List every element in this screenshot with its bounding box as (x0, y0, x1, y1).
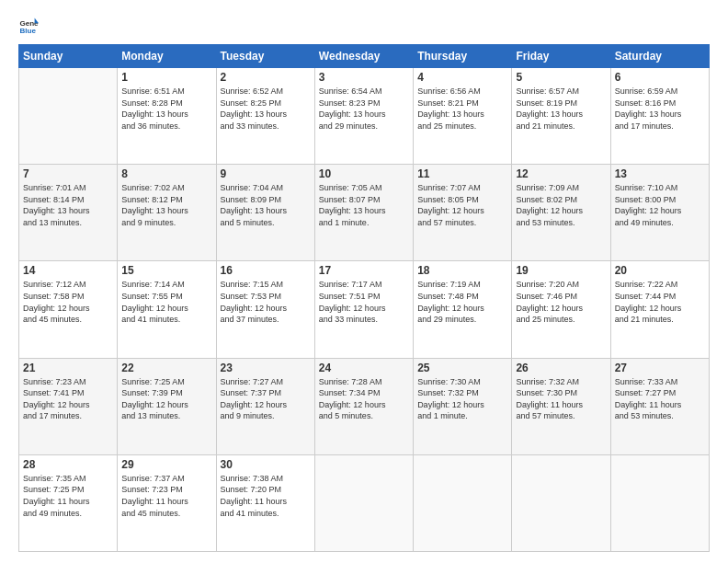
day-info: Sunrise: 7:23 AMSunset: 7:41 PMDaylight:… (23, 376, 113, 422)
day-number: 8 (121, 167, 211, 180)
calendar-cell: 24Sunrise: 7:28 AMSunset: 7:34 PMDayligh… (314, 358, 413, 454)
calendar-cell: 6Sunrise: 6:59 AMSunset: 8:16 PMDaylight… (610, 68, 709, 165)
weekday-header-saturday: Saturday (610, 45, 709, 68)
weekday-header-friday: Friday (512, 45, 610, 68)
week-row-5: 28Sunrise: 7:35 AMSunset: 7:25 PMDayligh… (19, 454, 710, 551)
calendar-cell: 1Sunrise: 6:51 AMSunset: 8:28 PMDaylight… (118, 68, 216, 165)
day-number: 19 (516, 264, 606, 277)
day-info: Sunrise: 7:14 AMSunset: 7:55 PMDaylight:… (121, 279, 211, 325)
day-info: Sunrise: 6:57 AMSunset: 8:19 PMDaylight:… (516, 86, 606, 132)
weekday-header-tuesday: Tuesday (216, 45, 314, 68)
day-number: 1 (121, 71, 211, 84)
week-row-4: 21Sunrise: 7:23 AMSunset: 7:41 PMDayligh… (19, 358, 710, 454)
day-info: Sunrise: 7:22 AMSunset: 7:44 PMDaylight:… (615, 279, 705, 325)
day-number: 21 (23, 362, 113, 374)
day-info: Sunrise: 6:56 AMSunset: 8:21 PMDaylight:… (417, 86, 507, 132)
day-number: 26 (516, 362, 606, 374)
calendar-table: SundayMondayTuesdayWednesdayThursdayFrid… (18, 44, 710, 552)
day-number: 24 (319, 362, 409, 374)
day-number: 5 (516, 71, 606, 84)
day-number: 17 (319, 264, 409, 277)
day-info: Sunrise: 7:33 AMSunset: 7:27 PMDaylight:… (615, 376, 705, 422)
day-info: Sunrise: 6:59 AMSunset: 8:16 PMDaylight:… (615, 86, 705, 132)
day-info: Sunrise: 7:32 AMSunset: 7:30 PMDaylight:… (516, 376, 606, 422)
week-row-2: 7Sunrise: 7:01 AMSunset: 8:14 PMDaylight… (19, 165, 710, 261)
page-header: General Blue (18, 17, 710, 37)
logo-icon: General Blue (18, 17, 39, 37)
day-info: Sunrise: 6:54 AMSunset: 8:23 PMDaylight:… (319, 86, 409, 132)
calendar-cell (19, 68, 118, 165)
day-number: 15 (121, 264, 211, 277)
day-info: Sunrise: 7:25 AMSunset: 7:39 PMDaylight:… (121, 376, 211, 422)
day-info: Sunrise: 7:04 AMSunset: 8:09 PMDaylight:… (221, 182, 311, 228)
day-number: 16 (221, 264, 311, 277)
calendar-cell: 10Sunrise: 7:05 AMSunset: 8:07 PMDayligh… (314, 165, 413, 261)
day-number: 14 (23, 264, 113, 277)
calendar-cell: 21Sunrise: 7:23 AMSunset: 7:41 PMDayligh… (19, 358, 118, 454)
day-number: 10 (319, 167, 409, 180)
day-info: Sunrise: 7:27 AMSunset: 7:37 PMDaylight:… (221, 376, 311, 422)
day-info: Sunrise: 7:17 AMSunset: 7:51 PMDaylight:… (319, 279, 409, 325)
day-number: 11 (417, 167, 507, 180)
day-number: 4 (417, 71, 507, 84)
day-info: Sunrise: 7:20 AMSunset: 7:46 PMDaylight:… (516, 279, 606, 325)
day-info: Sunrise: 7:09 AMSunset: 8:02 PMDaylight:… (516, 182, 606, 228)
day-number: 3 (319, 71, 409, 84)
day-info: Sunrise: 7:19 AMSunset: 7:48 PMDaylight:… (417, 279, 507, 325)
week-row-3: 14Sunrise: 7:12 AMSunset: 7:58 PMDayligh… (19, 261, 710, 358)
day-number: 25 (417, 362, 507, 374)
weekday-header-wednesday: Wednesday (314, 45, 413, 68)
day-number: 7 (23, 167, 113, 180)
calendar-cell: 4Sunrise: 6:56 AMSunset: 8:21 PMDaylight… (414, 68, 512, 165)
calendar-cell (414, 454, 512, 551)
calendar-cell: 9Sunrise: 7:04 AMSunset: 8:09 PMDaylight… (216, 165, 314, 261)
calendar-cell: 14Sunrise: 7:12 AMSunset: 7:58 PMDayligh… (19, 261, 118, 358)
day-number: 27 (615, 362, 705, 374)
calendar-cell: 2Sunrise: 6:52 AMSunset: 8:25 PMDaylight… (216, 68, 314, 165)
day-info: Sunrise: 7:10 AMSunset: 8:00 PMDaylight:… (615, 182, 705, 228)
calendar-cell: 23Sunrise: 7:27 AMSunset: 7:37 PMDayligh… (216, 358, 314, 454)
day-info: Sunrise: 7:15 AMSunset: 7:53 PMDaylight:… (221, 279, 311, 325)
day-info: Sunrise: 7:02 AMSunset: 8:12 PMDaylight:… (121, 182, 211, 228)
day-number: 29 (121, 458, 211, 471)
day-number: 6 (615, 71, 705, 84)
calendar-cell (610, 454, 709, 551)
weekday-header-row: SundayMondayTuesdayWednesdayThursdayFrid… (19, 45, 710, 68)
day-info: Sunrise: 7:28 AMSunset: 7:34 PMDaylight:… (319, 376, 409, 422)
day-info: Sunrise: 7:37 AMSunset: 7:23 PMDaylight:… (121, 473, 211, 519)
day-number: 9 (221, 167, 311, 180)
calendar-cell: 30Sunrise: 7:38 AMSunset: 7:20 PMDayligh… (216, 454, 314, 551)
day-info: Sunrise: 7:35 AMSunset: 7:25 PMDaylight:… (23, 473, 113, 519)
day-info: Sunrise: 6:51 AMSunset: 8:28 PMDaylight:… (121, 86, 211, 132)
week-row-1: 1Sunrise: 6:51 AMSunset: 8:28 PMDaylight… (19, 68, 710, 165)
calendar-cell: 5Sunrise: 6:57 AMSunset: 8:19 PMDaylight… (512, 68, 610, 165)
day-number: 20 (615, 264, 705, 277)
svg-text:Blue: Blue (19, 27, 36, 35)
day-number: 12 (516, 167, 606, 180)
day-info: Sunrise: 7:05 AMSunset: 8:07 PMDaylight:… (319, 182, 409, 228)
day-number: 28 (23, 458, 113, 471)
calendar-cell: 17Sunrise: 7:17 AMSunset: 7:51 PMDayligh… (314, 261, 413, 358)
day-info: Sunrise: 7:07 AMSunset: 8:05 PMDaylight:… (417, 182, 507, 228)
calendar-cell: 12Sunrise: 7:09 AMSunset: 8:02 PMDayligh… (512, 165, 610, 261)
calendar-cell: 8Sunrise: 7:02 AMSunset: 8:12 PMDaylight… (118, 165, 216, 261)
day-info: Sunrise: 7:12 AMSunset: 7:58 PMDaylight:… (23, 279, 113, 325)
day-info: Sunrise: 7:30 AMSunset: 7:32 PMDaylight:… (417, 376, 507, 422)
day-number: 30 (221, 458, 311, 471)
calendar-cell: 15Sunrise: 7:14 AMSunset: 7:55 PMDayligh… (118, 261, 216, 358)
calendar-cell: 27Sunrise: 7:33 AMSunset: 7:27 PMDayligh… (610, 358, 709, 454)
calendar-cell: 20Sunrise: 7:22 AMSunset: 7:44 PMDayligh… (610, 261, 709, 358)
calendar-cell: 22Sunrise: 7:25 AMSunset: 7:39 PMDayligh… (118, 358, 216, 454)
calendar-cell (314, 454, 413, 551)
calendar-cell (512, 454, 610, 551)
day-info: Sunrise: 7:38 AMSunset: 7:20 PMDaylight:… (221, 473, 311, 519)
calendar-cell: 25Sunrise: 7:30 AMSunset: 7:32 PMDayligh… (414, 358, 512, 454)
day-info: Sunrise: 7:01 AMSunset: 8:14 PMDaylight:… (23, 182, 113, 228)
calendar-cell: 7Sunrise: 7:01 AMSunset: 8:14 PMDaylight… (19, 165, 118, 261)
day-number: 2 (221, 71, 311, 84)
calendar-cell: 18Sunrise: 7:19 AMSunset: 7:48 PMDayligh… (414, 261, 512, 358)
calendar-cell: 3Sunrise: 6:54 AMSunset: 8:23 PMDaylight… (314, 68, 413, 165)
day-info: Sunrise: 6:52 AMSunset: 8:25 PMDaylight:… (221, 86, 311, 132)
day-number: 23 (221, 362, 311, 374)
calendar-cell: 26Sunrise: 7:32 AMSunset: 7:30 PMDayligh… (512, 358, 610, 454)
